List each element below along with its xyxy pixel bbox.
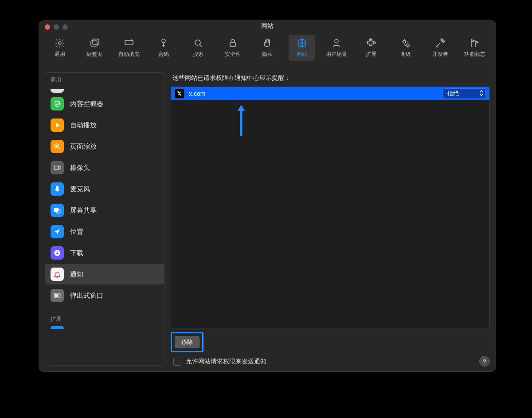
main-panel: 这些网站已请求权限在通知中心显示提醒： 𝕏 x.com 拒绝 xyxy=(171,72,490,366)
tab-passwords[interactable]: 密码 xyxy=(150,35,177,61)
tab-general[interactable]: 通用 xyxy=(47,35,73,61)
download-icon xyxy=(51,246,64,260)
sidebar-item-label: 下载 xyxy=(70,249,83,257)
key-icon xyxy=(150,36,177,50)
help-icon: ? xyxy=(483,358,486,365)
tab-autofill[interactable]: 自动填充 xyxy=(116,35,142,61)
bell-icon xyxy=(51,268,64,281)
tab-security[interactable]: 安全性 xyxy=(219,35,246,61)
tab-advanced[interactable]: 高级 xyxy=(392,35,419,61)
tab-label: 隐私 xyxy=(254,51,281,58)
sidebar-item-label: 内容拦截器 xyxy=(70,100,103,108)
sidebar-item-notifications[interactable]: 通知 xyxy=(45,264,164,284)
svg-point-11 xyxy=(403,40,406,43)
svg-rect-15 xyxy=(56,186,59,189)
shield-check-icon xyxy=(51,97,64,110)
svg-rect-2 xyxy=(93,39,99,44)
globe-icon xyxy=(289,36,315,50)
svg-point-10 xyxy=(374,42,376,43)
lock-icon xyxy=(219,36,246,50)
panel-footer: 移除 允许网站请求权限来发送通知 xyxy=(171,328,490,366)
tab-label: 高级 xyxy=(392,51,419,58)
sidebar-item-label: 通知 xyxy=(70,270,83,279)
zoom-in-icon xyxy=(51,140,64,153)
permission-select[interactable]: 拒绝 xyxy=(442,88,486,99)
sidebar-item-location[interactable]: 位置 xyxy=(45,221,164,242)
allow-request-checkbox[interactable] xyxy=(173,358,181,366)
preferences-toolbar: 通用 标签页 自动填充 密码 搜索 xyxy=(39,34,496,66)
tab-label: 安全性 xyxy=(219,51,246,58)
tab-extensions[interactable]: 扩展 xyxy=(358,35,384,61)
sidebar: 通用 内容拦截器 自动播放 xyxy=(45,72,164,366)
svg-point-4 xyxy=(162,39,165,43)
gear-icon xyxy=(47,36,73,50)
tab-label: 开发者 xyxy=(427,51,454,58)
tab-tabs[interactable]: 标签页 xyxy=(81,35,108,61)
gears-icon xyxy=(392,36,419,50)
tab-label: 通用 xyxy=(47,51,73,58)
tab-profiles[interactable]: 用户场景 xyxy=(323,35,350,61)
tab-developer[interactable]: 开发者 xyxy=(427,35,454,61)
tabs-icon xyxy=(81,36,108,50)
svg-point-8 xyxy=(335,39,338,43)
sidebar-item-label: 自动播放 xyxy=(70,121,97,130)
flags-icon xyxy=(462,36,488,50)
tab-search[interactable]: 搜索 xyxy=(185,35,211,61)
sidebar-item-page-zoom[interactable]: 页面缩放 xyxy=(45,136,164,157)
tab-label: 用户场景 xyxy=(323,51,350,58)
sidebar-list[interactable]: 内容拦截器 自动播放 页面缩放 xyxy=(45,86,164,365)
person-icon xyxy=(323,36,350,50)
svg-rect-20 xyxy=(55,294,59,297)
body: 通用 内容拦截器 自动播放 xyxy=(39,66,496,372)
panel-description: 这些网站已请求权限在通知中心显示提醒： xyxy=(171,72,490,87)
site-favicon-x-icon: 𝕏 xyxy=(175,89,184,99)
tab-label: 密码 xyxy=(150,51,177,58)
site-row[interactable]: 𝕏 x.com 拒绝 xyxy=(171,87,489,100)
tab-label: 搜索 xyxy=(185,51,211,58)
allow-request-label: 允许网站请求权限来发送通知 xyxy=(186,358,266,366)
permission-value: 拒绝 xyxy=(447,90,459,98)
tab-feature-flags[interactable]: 功能标志 xyxy=(462,35,488,61)
sidebar-item-camera[interactable]: 摄像头 xyxy=(45,158,164,178)
sidebar-item-label: 摄像头 xyxy=(70,164,90,172)
puzzle-icon xyxy=(358,36,384,50)
chevron-updown-icon xyxy=(479,90,484,97)
sidebar-item-label: 页面缩放 xyxy=(70,142,97,151)
search-icon xyxy=(185,36,211,50)
autofill-icon xyxy=(116,36,142,50)
remove-button[interactable]: 移除 xyxy=(175,336,200,348)
hand-icon xyxy=(254,36,281,50)
sidebar-item-clipped-bottom xyxy=(51,326,159,329)
sidebar-item-content-blockers[interactable]: 内容拦截器 xyxy=(45,94,164,114)
sidebar-item-label: 屏幕共享 xyxy=(70,206,97,215)
microphone-icon xyxy=(51,182,64,196)
screen-share-icon xyxy=(51,204,64,217)
sites-listbox[interactable]: 𝕏 x.com 拒绝 xyxy=(171,87,490,328)
tab-privacy[interactable]: 隐私 xyxy=(254,35,281,61)
sidebar-item-autoplay[interactable]: 自动播放 xyxy=(45,115,164,135)
tab-label: 自动填充 xyxy=(116,51,142,58)
svg-point-12 xyxy=(407,44,409,47)
window-title: 网站 xyxy=(39,22,496,30)
svg-rect-6 xyxy=(230,43,235,47)
tab-label: 标签页 xyxy=(81,51,108,58)
tab-label: 扩展 xyxy=(358,51,384,58)
help-button[interactable]: ? xyxy=(479,356,490,367)
sidebar-section-extensions: 扩展 xyxy=(45,312,164,325)
sidebar-item-label: 弹出式窗口 xyxy=(70,292,103,300)
sidebar-item-popups[interactable]: 弹出式窗口 xyxy=(45,285,164,306)
sidebar-item-label: 位置 xyxy=(70,228,83,236)
tools-icon xyxy=(427,36,454,50)
remove-highlight: 移除 xyxy=(171,332,203,352)
location-arrow-icon xyxy=(51,225,64,238)
svg-rect-14 xyxy=(54,166,59,170)
sidebar-item-microphone[interactable]: 麦克风 xyxy=(45,179,164,199)
sidebar-item-label: 麦克风 xyxy=(70,185,90,193)
sidebar-item-screen-share[interactable]: 屏幕共享 xyxy=(45,200,164,221)
window-icon xyxy=(51,289,64,302)
sidebar-item-downloads[interactable]: 下载 xyxy=(45,243,164,263)
tab-websites[interactable]: 网站 xyxy=(289,35,315,61)
play-icon xyxy=(51,118,64,132)
tab-label: 网站 xyxy=(289,51,315,58)
allow-request-row[interactable]: 允许网站请求权限来发送通知 xyxy=(171,357,490,366)
